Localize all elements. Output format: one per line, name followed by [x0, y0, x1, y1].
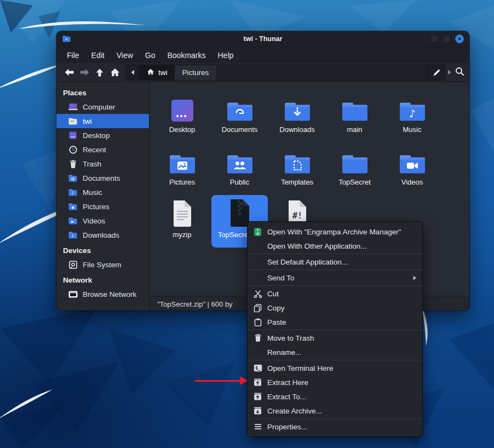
context-menu-item-label: Extract To... [267, 393, 306, 401]
sidebar-item-twi[interactable]: twi [56, 114, 149, 128]
back-button[interactable] [61, 65, 77, 79]
file-item-label: Desktop [169, 125, 196, 134]
context-menu-item-label: Copy [267, 304, 285, 312]
file-item-myzip[interactable]: myzip [154, 195, 210, 248]
path-segment-twi[interactable]: twi [140, 65, 175, 80]
file-item-label: Pictures [169, 178, 195, 186]
menubar-item-help[interactable]: Help [212, 49, 240, 62]
context-menu-separator [248, 254, 422, 254]
file-item-label: Public [230, 178, 249, 186]
svg-text:$_: $_ [255, 366, 261, 371]
edit-path-button[interactable] [428, 65, 445, 80]
folder-plain-icon [341, 145, 369, 175]
file-item-label: Music [403, 125, 422, 134]
close-button[interactable]: ✕ [455, 35, 464, 43]
file-item-documents[interactable]: Documents [211, 90, 268, 142]
path-scroll-right-button[interactable] [447, 67, 452, 77]
properties-icon [253, 423, 262, 430]
menubar-item-file[interactable]: File [61, 49, 85, 62]
sidebar-item-documents[interactable]: @Documents [56, 171, 149, 185]
folder-paperclip-icon [226, 93, 254, 122]
path-segment-label: twi [158, 68, 168, 77]
home-button[interactable] [107, 65, 123, 79]
search-button[interactable] [455, 67, 464, 78]
context-menu-item-label: Send To [267, 274, 294, 282]
svg-text:@: @ [71, 176, 75, 181]
menubar-item-edit[interactable]: Edit [85, 49, 111, 62]
file-item-downloads[interactable]: Downloads [269, 90, 325, 142]
context-menu-item-create-archive[interactable]: Create Archive... [248, 404, 422, 418]
menubar: FileEditViewGoBookmarksHelp [56, 47, 469, 63]
up-button[interactable] [92, 65, 107, 79]
context-menu-separator [248, 285, 422, 286]
context-menu-separator [248, 360, 422, 360]
maximize-button[interactable] [443, 35, 451, 43]
sidebar-item-music[interactable]: ♪Music [56, 185, 149, 199]
file-item-desktop[interactable]: Desktop [154, 90, 210, 142]
minimize-button[interactable] [430, 35, 439, 43]
sidebar-item-computer[interactable]: Computer [56, 100, 149, 114]
sidebar-item-desktop[interactable]: Desktop [56, 128, 149, 142]
sidebar-item-pictures[interactable]: ▪Pictures [56, 199, 149, 214]
context-menu-item-move-to-trash[interactable]: Move to Trash [248, 331, 422, 345]
file-item-templates[interactable]: Templates [269, 142, 325, 195]
file-item-main[interactable]: main [326, 90, 383, 142]
sidebar-item-browse-network[interactable]: Browse Network [56, 287, 149, 301]
context-menu-item-extract-to[interactable]: Extract To... [248, 389, 422, 404]
computer-icon [68, 103, 78, 111]
context-menu-item-cut[interactable]: Cut [248, 286, 422, 301]
menubar-item-go[interactable]: Go [139, 49, 162, 62]
context-menu-item-label: Open Terminal Here [267, 364, 334, 372]
context-menu-item-properties[interactable]: Properties... [248, 420, 422, 434]
context-menu-item-copy[interactable]: Copy [248, 301, 422, 315]
svg-text:♪: ♪ [409, 107, 415, 119]
context-menu-separator [248, 330, 422, 330]
file-item-label: TopSecret [338, 178, 371, 186]
sidebar-item-file-system[interactable]: File System [56, 257, 149, 272]
file-item-music[interactable]: ♪Music [384, 90, 440, 142]
context-menu-item-set-default-application[interactable]: Set Default Application... [248, 255, 422, 269]
network-icon [68, 291, 78, 298]
sidebar-item-downloads[interactable]: ↓Downloads [56, 228, 149, 242]
file-item-label: Templates [281, 178, 313, 186]
context-menu-item-extract-here[interactable]: Extract Here [248, 375, 422, 389]
path-scroll-left-button[interactable] [126, 65, 140, 80]
context-menu-item-open-terminal-here[interactable]: $_Open Terminal Here [248, 361, 422, 375]
context-menu-item-open-with-engrampa-archive-manager[interactable]: Open With "Engrampa Archive Manager" [248, 225, 422, 239]
forward-button[interactable] [77, 65, 92, 79]
user-folder-icon [68, 118, 78, 125]
file-item-pictures[interactable]: Pictures [154, 142, 210, 195]
titlebar[interactable]: twi - Thunar ✕ [56, 31, 469, 47]
annotation-arrow [195, 380, 241, 382]
file-item-public[interactable]: Public [211, 142, 268, 195]
menubar-item-bookmarks[interactable]: Bookmarks [161, 49, 211, 62]
sidebar-item-trash[interactable]: Trash [56, 157, 149, 171]
sidebar-item-videos[interactable]: ►Videos [56, 214, 149, 228]
sidebar-item-label: Music [83, 188, 102, 197]
context-menu-item-label: Properties... [267, 423, 307, 431]
desktop-lg-icon [170, 93, 194, 122]
file-item-label: Videos [401, 178, 423, 186]
folder-video-icon [399, 145, 426, 175]
sf-pictures-icon: ▪ [68, 203, 78, 210]
context-menu-item-rename[interactable]: Rename... [248, 345, 422, 359]
context-menu-item-label: Extract Here [267, 378, 308, 387]
path-segment-pictures[interactable]: Pictures [175, 65, 217, 80]
file-item-label: myzip [173, 231, 192, 239]
menubar-item-view[interactable]: View [111, 49, 139, 62]
context-menu-item-paste[interactable]: Paste [248, 315, 422, 329]
file-item-label: main [347, 125, 362, 134]
file-item-label: Downloads [279, 125, 314, 134]
sidebar-item-label: File System [83, 261, 122, 269]
sidebar-item-label: Downloads [83, 231, 119, 239]
sf-downloads-icon: ↓ [68, 232, 78, 239]
context-menu-item-open-with-other-application[interactable]: Open With Other Application... [248, 239, 422, 253]
file-item-topsecret[interactable]: TopSecret [326, 142, 383, 195]
sidebar-item-recent[interactable]: Recent [56, 142, 149, 157]
sidebar-item-label: Computer [83, 103, 115, 111]
file-item-videos[interactable]: Videos [384, 142, 440, 195]
svg-text:♪: ♪ [72, 191, 74, 196]
context-menu-item-send-to[interactable]: Send To [248, 271, 422, 285]
archive-create-icon [253, 407, 262, 415]
sidebar-item-label: twi [83, 117, 92, 125]
